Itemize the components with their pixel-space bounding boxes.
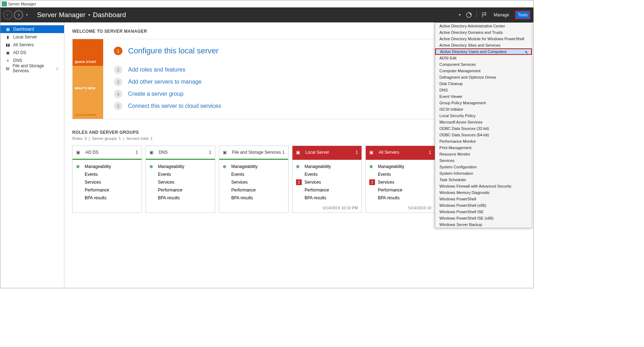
step-link-add-servers[interactable]: Add other servers to manage	[128, 79, 201, 85]
sidebar-item-all-servers[interactable]: ▮▮ All Servers	[0, 41, 64, 49]
groups-servers-count: Servers total: 1	[126, 136, 153, 141]
menu-item[interactable]: Windows Memory Diagnostic	[435, 189, 532, 196]
tile-row-bpa[interactable]: BPA results	[223, 194, 285, 202]
tab-whats-new[interactable]: WHAT'S NEW	[73, 66, 103, 93]
tools-menu[interactable]: Tools	[515, 10, 530, 20]
tile-row-events[interactable]: Events	[76, 170, 138, 178]
tile-row-performance[interactable]: Performance	[369, 186, 431, 194]
titlebar-label: Server Manager	[8, 2, 36, 6]
breadcrumb-page: Dashboard	[93, 11, 126, 19]
tile-row-services[interactable]: Services	[149, 178, 211, 186]
tile-timestamp: 5/14/2019 10	[366, 203, 435, 212]
sidebar-item-label: Dashboard	[13, 27, 34, 32]
menu-item[interactable]: Windows Firewall with Advanced Security	[435, 183, 532, 189]
menu-item[interactable]: Windows PowerShell (x86)	[435, 202, 532, 209]
tile[interactable]: ▣All Servers1⊕ManageabilityEvents2Servic…	[365, 146, 435, 213]
flag-icon[interactable]	[480, 11, 488, 19]
step-number: 2	[114, 65, 122, 74]
menu-item[interactable]: ODBC Data Sources (32-bit)	[435, 125, 532, 132]
menu-item[interactable]: Active Directory Sites and Services	[435, 42, 532, 48]
window: Server Manager ▼ Server Manager • Dashbo…	[0, 0, 534, 288]
breadcrumb-app[interactable]: Server Manager	[37, 11, 85, 19]
tile-row-services[interactable]: 2Services	[296, 178, 358, 186]
tab-quick-start[interactable]: QUICK START	[73, 39, 103, 66]
chevron-right-icon: ▷	[56, 67, 59, 70]
tile-timestamp	[219, 203, 288, 212]
tile-row-bpa[interactable]: BPA results	[296, 194, 358, 202]
nav-history-dropdown[interactable]: ▼	[25, 13, 28, 17]
sidebar-item-file-storage[interactable]: ▤ File and Storage Services ▷	[0, 64, 64, 72]
tile-row-events[interactable]: Events	[296, 170, 358, 178]
menu-item[interactable]: Disk Cleanup	[435, 80, 532, 87]
menu-item[interactable]: Event Viewer	[435, 93, 532, 100]
menu-item[interactable]: Windows PowerShell	[435, 196, 532, 202]
menu-item[interactable]: Windows PowerShell ISE	[435, 209, 532, 215]
forward-button[interactable]	[14, 10, 23, 20]
tile-row-performance[interactable]: Performance	[296, 186, 358, 194]
menu-item[interactable]: Resource Monitor	[435, 151, 532, 157]
tile-row-events[interactable]: Events	[369, 170, 431, 178]
tile[interactable]: ▣DNS1⊕ManageabilityEventsServicesPerform…	[146, 146, 215, 213]
menu-item[interactable]: Group Policy Management	[435, 100, 532, 106]
tile-row-bpa[interactable]: BPA results	[76, 194, 138, 202]
menu-item[interactable]: Performance Monitor	[435, 138, 532, 144]
menu-item[interactable]: Defragment and Optimize Drives	[435, 74, 532, 80]
menu-item[interactable]: Task Scheduler	[435, 177, 532, 183]
tile-row-performance[interactable]: Performance	[149, 186, 211, 194]
tile-row-manageability[interactable]: ⊕Manageability	[76, 163, 138, 170]
menu-item[interactable]: Windows Server Backup	[435, 221, 532, 228]
menu-item[interactable]: Active Directory Users and Computers↖	[435, 48, 532, 55]
tile-row-services[interactable]: 2Services	[369, 178, 431, 186]
menu-item[interactable]: DNS	[435, 87, 532, 93]
tile-row-manageability[interactable]: ⊕Manageability	[149, 163, 211, 170]
menu-item[interactable]: Computer Management	[435, 68, 532, 74]
tile-count: 1	[355, 150, 358, 155]
menu-item[interactable]: Microsoft Azure Services	[435, 119, 532, 125]
step-number: 1	[114, 47, 122, 55]
tile-row-bpa[interactable]: BPA results	[369, 194, 431, 202]
menu-item[interactable]: Active Directory Domains and Trusts	[435, 29, 532, 36]
tile[interactable]: ▣AD DS1⊕ManageabilityEventsServicesPerfo…	[72, 146, 142, 213]
tile-body: ⊕ManageabilityEvents2ServicesPerformance…	[292, 160, 361, 203]
menu-item[interactable]: Component Services	[435, 61, 532, 68]
tools-dropdown-menu: Active Directory Administrative CenterAc…	[435, 22, 532, 228]
tile-row-performance[interactable]: Performance	[223, 186, 285, 194]
tile-row-services[interactable]: Services	[223, 178, 285, 186]
menu-item[interactable]: System Configuration	[435, 164, 532, 170]
tile-row-manageability[interactable]: ⊕Manageability	[223, 163, 285, 170]
menu-item[interactable]: Windows PowerShell ISE (x86)	[435, 215, 532, 221]
manage-menu[interactable]: Manage	[492, 11, 511, 19]
toolbar-dropdown[interactable]: ▼	[458, 13, 461, 17]
tile[interactable]: ▣File and Storage Services1⊕Manageabilit…	[219, 146, 289, 213]
menu-item[interactable]: Local Security Policy	[435, 112, 532, 119]
refresh-icon[interactable]	[465, 11, 473, 19]
menu-item[interactable]: iSCSI Initiator	[435, 106, 532, 112]
sidebar-item-ad-ds[interactable]: ▣ AD DS	[0, 49, 64, 57]
menu-item[interactable]: System Information	[435, 170, 532, 177]
tile-row-manageability[interactable]: ⊕Manageability	[296, 163, 358, 170]
tile-row-events[interactable]: Events	[223, 170, 285, 178]
sidebar-item-local-server[interactable]: ▮ Local Server	[0, 33, 64, 41]
menu-item[interactable]: ODBC Data Sources (64-bit)	[435, 132, 532, 138]
menu-item[interactable]: Active Directory Administrative Center	[435, 23, 532, 29]
tile[interactable]: ▣Local Server1⊕ManageabilityEvents2Servi…	[292, 146, 362, 213]
tile-row-services[interactable]: Services	[76, 178, 138, 186]
cursor-icon: ↖	[525, 50, 528, 55]
step-number: 4	[114, 90, 122, 98]
tile-row-performance[interactable]: Performance	[76, 186, 138, 194]
back-button[interactable]	[3, 10, 12, 20]
menu-item[interactable]: Services	[435, 157, 532, 164]
step-link-configure[interactable]: Configure this local server	[128, 46, 218, 56]
tab-learn-more[interactable]: LEARN MORE	[73, 92, 103, 119]
menu-item[interactable]: Print Management	[435, 144, 532, 151]
tile-head: ▣All Servers1	[366, 146, 435, 159]
step-link-cloud[interactable]: Connect this server to cloud services	[128, 103, 221, 109]
sidebar-item-dashboard[interactable]: ▦ Dashboard	[0, 25, 64, 33]
tile-row-events[interactable]: Events	[149, 170, 211, 178]
step-link-add-roles[interactable]: Add roles and features	[128, 67, 185, 73]
menu-item[interactable]: Active Directory Module for Windows Powe…	[435, 36, 532, 42]
tile-row-manageability[interactable]: ⊕Manageability	[369, 163, 431, 170]
tile-row-bpa[interactable]: BPA results	[149, 194, 211, 202]
menu-item[interactable]: ADSI Edit	[435, 55, 532, 61]
step-link-create-group[interactable]: Create a server group	[128, 91, 184, 97]
